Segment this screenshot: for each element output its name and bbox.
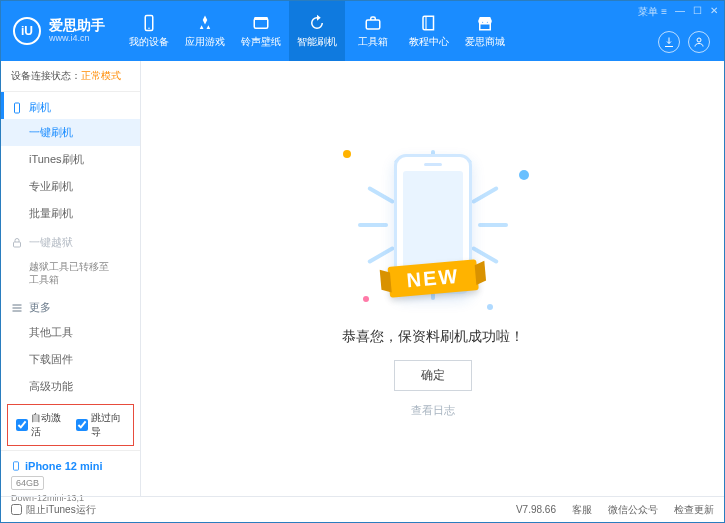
sidebar-checks: 自动激活 跳过向导 <box>7 404 134 446</box>
maximize-icon[interactable]: ☐ <box>693 5 702 19</box>
section-label: 更多 <box>29 300 51 315</box>
app-name: 爱思助手 <box>49 18 105 33</box>
phone-icon <box>140 14 158 32</box>
auto-activate-checkbox[interactable]: 自动激活 <box>16 411 66 439</box>
book-icon <box>420 14 438 32</box>
ok-button[interactable]: 确定 <box>394 360 472 391</box>
block-label: 阻止iTunes运行 <box>26 503 96 517</box>
version-label: V7.98.66 <box>516 504 556 515</box>
menu-icon[interactable]: 菜单 ≡ <box>638 5 667 19</box>
refresh-icon <box>308 14 326 32</box>
logo-icon: iU <box>13 17 41 45</box>
sidebar-item-pro-flash[interactable]: 专业刷机 <box>1 173 140 200</box>
tab-my-device[interactable]: 我的设备 <box>121 1 177 61</box>
close-icon[interactable]: ✕ <box>710 5 718 19</box>
store-icon <box>476 14 494 32</box>
tab-label: 铃声壁纸 <box>241 35 281 49</box>
lock-icon <box>11 237 23 249</box>
svg-point-6 <box>697 38 701 42</box>
sidebar-item-advanced[interactable]: 高级功能 <box>1 373 140 400</box>
block-itunes-checkbox[interactable]: 阻止iTunes运行 <box>11 503 96 517</box>
connection-status: 设备连接状态：正常模式 <box>1 61 140 92</box>
svg-rect-9 <box>14 462 19 470</box>
download-icon <box>663 36 675 48</box>
tab-flash[interactable]: 智能刷机 <box>289 1 345 61</box>
apps-icon <box>196 14 214 32</box>
conn-mode: 正常模式 <box>81 70 121 81</box>
body: 设备连接状态：正常模式 刷机 一键刷机 iTunes刷机 专业刷机 批量刷机 一… <box>1 61 724 496</box>
user-icon <box>693 36 705 48</box>
more-icon <box>11 302 23 314</box>
tab-label: 工具箱 <box>358 35 388 49</box>
tab-label: 教程中心 <box>409 35 449 49</box>
footer: 阻止iTunes运行 V7.98.66 客服 微信公众号 检查更新 <box>1 496 724 522</box>
main-tabs: 我的设备 应用游戏 铃声壁纸 智能刷机 工具箱 教程中心 <box>121 1 513 61</box>
sidebar-section-jailbreak[interactable]: 一键越狱 <box>1 227 140 254</box>
check-update-link[interactable]: 检查更新 <box>674 503 714 517</box>
customer-service-link[interactable]: 客服 <box>572 503 592 517</box>
tab-store[interactable]: 爱思商城 <box>457 1 513 61</box>
briefcase-icon <box>364 14 382 32</box>
view-log-link[interactable]: 查看日志 <box>411 403 455 418</box>
svg-rect-5 <box>480 23 491 29</box>
sidebar: 设备连接状态：正常模式 刷机 一键刷机 iTunes刷机 专业刷机 批量刷机 一… <box>1 61 141 496</box>
tab-apps[interactable]: 应用游戏 <box>177 1 233 61</box>
sidebar-item-itunes-flash[interactable]: iTunes刷机 <box>1 146 140 173</box>
download-button[interactable] <box>658 31 680 53</box>
minimize-icon[interactable]: — <box>675 5 685 19</box>
check-label: 跳过向导 <box>91 411 126 439</box>
phone-icon <box>11 459 21 473</box>
logo: iU 爱思助手 www.i4.cn <box>1 17 117 45</box>
sidebar-item-download-firmware[interactable]: 下载固件 <box>1 346 140 373</box>
check-label: 自动激活 <box>31 411 66 439</box>
sidebar-section-more[interactable]: 更多 <box>1 292 140 319</box>
tab-ringtones[interactable]: 铃声壁纸 <box>233 1 289 61</box>
svg-point-1 <box>148 27 150 29</box>
header-right-buttons <box>658 31 710 53</box>
tab-label: 爱思商城 <box>465 35 505 49</box>
success-message: 恭喜您，保资料刷机成功啦！ <box>342 328 524 346</box>
success-illustration: NEW <box>333 140 533 310</box>
svg-rect-3 <box>254 17 268 20</box>
conn-label: 设备连接状态： <box>11 70 81 81</box>
app-window: iU 爱思助手 www.i4.cn 我的设备 应用游戏 铃声壁纸 智能刷机 <box>0 0 725 523</box>
main-content: NEW 恭喜您，保资料刷机成功啦！ 确定 查看日志 <box>141 61 724 496</box>
tab-label: 应用游戏 <box>185 35 225 49</box>
tab-label: 我的设备 <box>129 35 169 49</box>
svg-rect-4 <box>366 20 380 29</box>
sidebar-jailbreak-note: 越狱工具已转移至 工具箱 <box>1 254 140 292</box>
section-label: 刷机 <box>29 100 51 115</box>
user-button[interactable] <box>688 31 710 53</box>
device-name: iPhone 12 mini <box>11 459 130 473</box>
sidebar-item-batch-flash[interactable]: 批量刷机 <box>1 200 140 227</box>
svg-rect-8 <box>14 242 21 247</box>
wechat-link[interactable]: 微信公众号 <box>608 503 658 517</box>
skip-wizard-checkbox[interactable]: 跳过向导 <box>76 411 126 439</box>
sidebar-section-flash[interactable]: 刷机 <box>1 92 140 119</box>
section-label: 一键越狱 <box>29 235 73 250</box>
wallet-icon <box>252 14 270 32</box>
phone-icon <box>11 102 23 114</box>
tab-tutorials[interactable]: 教程中心 <box>401 1 457 61</box>
tab-toolbox[interactable]: 工具箱 <box>345 1 401 61</box>
tab-label: 智能刷机 <box>297 35 337 49</box>
window-controls: 菜单 ≡ — ☐ ✕ <box>638 5 718 19</box>
svg-rect-7 <box>15 103 20 113</box>
header: iU 爱思助手 www.i4.cn 我的设备 应用游戏 铃声壁纸 智能刷机 <box>1 1 724 61</box>
device-capacity: 64GB <box>11 476 44 490</box>
sidebar-item-other-tools[interactable]: 其他工具 <box>1 319 140 346</box>
app-url: www.i4.cn <box>49 34 105 44</box>
sidebar-item-onekey-flash[interactable]: 一键刷机 <box>1 119 140 146</box>
